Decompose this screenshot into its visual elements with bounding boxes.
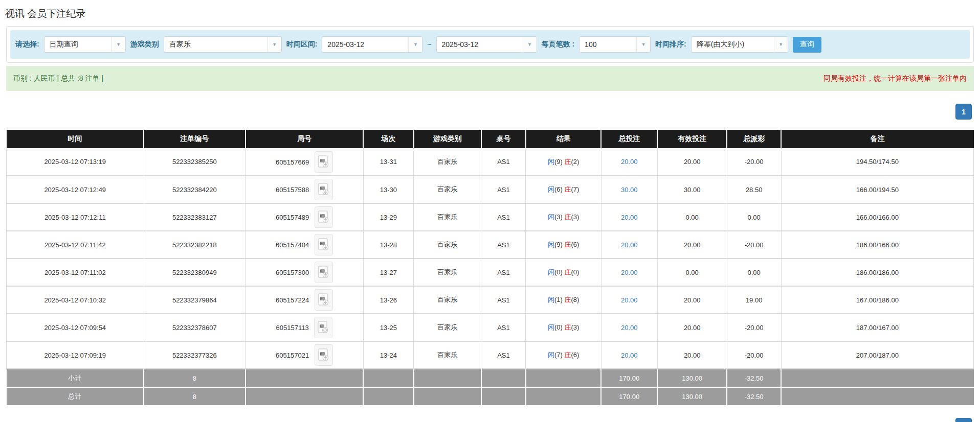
round-number: 605157224: [276, 296, 309, 304]
date-from-select[interactable]: 2025-03-12 ▼: [322, 36, 422, 53]
filter-bar: 请选择: 日期查询 ▼ 游戏类别 百家乐 ▼ 时间区间: 2025-03-12 …: [10, 30, 970, 59]
banker-result: 庄: [564, 296, 571, 303]
payout-cell: 19.00: [727, 286, 781, 314]
subtotal-row-payout: -32.50: [727, 369, 781, 387]
session-cell: 13-31: [363, 148, 413, 176]
result-cell: 闲(1) 庄(8): [526, 286, 601, 314]
query-type-select[interactable]: 日期查询 ▼: [44, 36, 126, 53]
player-result: 闲: [548, 213, 554, 221]
payout-cell: 0.00: [727, 203, 781, 231]
total-bet-link[interactable]: 20.00: [621, 324, 638, 332]
round-number: 605157489: [276, 214, 309, 221]
total-row-table: [481, 387, 526, 406]
total-bet-link[interactable]: 20.00: [621, 158, 638, 166]
total-bet-cell: 30.00: [601, 176, 657, 203]
column-header-4: 游戏类别: [414, 130, 481, 148]
round-number: 605157404: [276, 241, 309, 249]
valid-bet-cell: 20.00: [657, 286, 727, 314]
result-cell: 闲(3) 庄(3): [526, 203, 601, 231]
table-row: 2025-03-12 07:09:54522332378607605157113…: [7, 314, 974, 341]
total-bet-link[interactable]: 20.00: [621, 241, 638, 249]
video-replay-button[interactable]: [314, 317, 332, 338]
game-type-cell: 百家乐: [414, 148, 481, 176]
total-row-label: 总计: [7, 387, 144, 406]
bet-id-cell: 522332380949: [144, 259, 246, 286]
total-bet-link[interactable]: 30.00: [621, 186, 638, 194]
page-size-select[interactable]: 100 ▼: [579, 36, 651, 53]
video-replay-button[interactable]: [315, 179, 333, 200]
subtotal-row-note: [781, 369, 973, 387]
page-1-button[interactable]: 1: [955, 104, 972, 120]
time-sort-select[interactable]: 降幂(由大到小) ▼: [691, 36, 788, 53]
result-cell: 闲(9) 庄(2): [526, 148, 601, 176]
round-number: 605157113: [276, 324, 309, 332]
date-range-separator: ~: [427, 40, 431, 49]
column-header-10: 备注: [781, 130, 973, 148]
video-replay-button[interactable]: [315, 262, 333, 283]
time-cell: 2025-03-12 07:12:11: [7, 203, 144, 231]
total-row: 总计8170.00130.00-32.50: [7, 387, 974, 406]
table-row: 2025-03-12 07:10:32522332379864605157224…: [7, 286, 974, 314]
total-bet-cell: 20.00: [601, 314, 657, 341]
table-row: 2025-03-12 07:09:19522332377326605157021…: [7, 341, 974, 369]
date-from-value: 2025-03-12: [322, 37, 408, 52]
game-type-select[interactable]: 百家乐 ▼: [164, 36, 282, 53]
payout-cell: 28.50: [727, 176, 781, 203]
chevron-down-icon[interactable]: ▼: [268, 37, 281, 52]
video-replay-button[interactable]: [315, 206, 333, 228]
video-replay-button[interactable]: [315, 289, 333, 311]
round-number: 605157669: [276, 158, 309, 166]
chevron-down-icon[interactable]: ▼: [523, 37, 537, 52]
column-header-2: 局号: [246, 130, 364, 148]
total-bet-link[interactable]: 20.00: [621, 214, 638, 221]
chevron-down-icon[interactable]: ▼: [112, 37, 125, 52]
summary-currency-text: 币别 : 人民币 | 总共 :8 注单 |: [13, 74, 103, 83]
search-button[interactable]: 查询: [793, 37, 821, 53]
column-header-6: 结果: [526, 130, 601, 148]
banker-result: 庄: [564, 213, 571, 221]
table-row: 2025-03-12 07:11:42522332382218605157404…: [7, 231, 974, 259]
chevron-down-icon[interactable]: ▼: [408, 37, 422, 52]
video-icon: [318, 238, 329, 251]
note-cell: 187.00/167.00: [781, 314, 973, 341]
table-no-cell: AS1: [481, 286, 526, 314]
subtotal-row-label: 小计: [7, 369, 144, 387]
round-number: 605157021: [276, 351, 309, 359]
date-to-select[interactable]: 2025-03-12 ▼: [436, 36, 537, 53]
page-1-button-bottom[interactable]: 1: [955, 418, 972, 422]
chevron-down-icon[interactable]: ▼: [636, 37, 650, 52]
valid-bet-cell: 0.00: [657, 203, 727, 231]
time-cell: 2025-03-12 07:09:54: [7, 314, 144, 341]
video-icon: [318, 321, 329, 334]
total-row-valid-bet: 130.00: [657, 387, 727, 406]
date-to-value: 2025-03-12: [437, 37, 523, 52]
video-replay-button[interactable]: [315, 344, 333, 366]
table-no-cell: AS1: [481, 341, 526, 369]
total-bet-link[interactable]: 20.00: [621, 351, 638, 359]
round-cell: 605157404: [246, 231, 364, 259]
round-cell: 605157300: [246, 259, 364, 286]
video-replay-button[interactable]: [315, 234, 333, 255]
total-bet-link[interactable]: 20.00: [621, 269, 638, 276]
game-type-cell: 百家乐: [414, 259, 481, 286]
subtotal-row-game: [414, 369, 481, 387]
column-header-5: 桌号: [481, 130, 526, 148]
table-no-cell: AS1: [481, 176, 526, 203]
total-row-count: 8: [144, 387, 246, 406]
note-cell: 166.00/194.50: [781, 176, 973, 203]
total-row-note: [781, 387, 973, 406]
video-replay-button[interactable]: [315, 151, 333, 173]
game-type-cell: 百家乐: [414, 314, 481, 341]
bet-id-cell: 522332378607: [144, 314, 246, 341]
page-title: 视讯 会员下注纪录: [5, 7, 980, 20]
game-type-cell: 百家乐: [414, 176, 481, 203]
total-bet-link[interactable]: 20.00: [621, 296, 638, 304]
note-cell: 167.00/186.00: [781, 286, 973, 314]
chevron-down-icon[interactable]: ▼: [774, 37, 788, 52]
banker-result: 庄: [564, 323, 571, 331]
table-row: 2025-03-12 07:12:49522332384220605157588…: [7, 176, 974, 203]
total-bet-cell: 20.00: [601, 231, 657, 259]
payout-cell: -20.00: [727, 148, 781, 176]
note-cell: 186.00/166.00: [781, 231, 973, 259]
time-range-label: 时间区间:: [286, 40, 318, 49]
